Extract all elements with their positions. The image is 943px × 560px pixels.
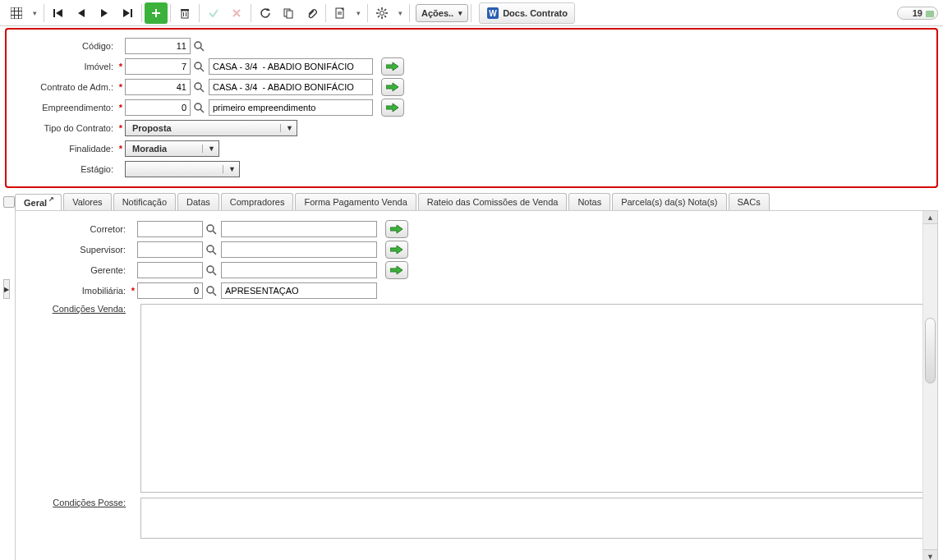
tipo-combo[interactable]: Proposta ▼ bbox=[125, 120, 297, 136]
attach-icon[interactable] bbox=[300, 2, 323, 24]
scroll-thumb[interactable] bbox=[925, 318, 936, 383]
svg-line-33 bbox=[384, 9, 386, 11]
cond-posse-textarea[interactable] bbox=[140, 498, 931, 539]
required-icon: * bbox=[117, 144, 125, 154]
scroll-down-icon[interactable]: ▼ bbox=[923, 549, 937, 560]
tab-undock-icon[interactable] bbox=[3, 196, 15, 208]
svg-point-48 bbox=[207, 225, 214, 232]
tab-body-geral: ▲ ▼ Corretor: Supervisor: Gerente: Imobi… bbox=[15, 210, 938, 560]
svg-point-45 bbox=[195, 103, 201, 110]
svg-marker-53 bbox=[390, 246, 402, 254]
empreend-go-button[interactable] bbox=[381, 99, 404, 117]
svg-line-38 bbox=[200, 48, 204, 51]
tab-parcelas[interactable]: Parcela(s) da(s) Nota(s) bbox=[612, 193, 726, 210]
arrow-right-icon bbox=[386, 62, 399, 71]
gerente-go-button[interactable] bbox=[385, 261, 408, 279]
report-icon[interactable] bbox=[329, 2, 352, 24]
chevron-down-icon: ▼ bbox=[202, 145, 215, 153]
tab-valores[interactable]: Valores bbox=[63, 193, 111, 210]
supervisor-label: Supervisor: bbox=[22, 245, 129, 255]
tab-datas[interactable]: Datas bbox=[177, 193, 219, 210]
estagio-combo[interactable]: ▼ bbox=[125, 161, 240, 177]
grid-dropdown-icon[interactable]: ▾ bbox=[28, 2, 41, 24]
gerente-lookup-icon[interactable] bbox=[203, 262, 219, 278]
svg-rect-12 bbox=[152, 12, 160, 14]
cancel-icon[interactable] bbox=[225, 2, 248, 24]
supervisor-input[interactable] bbox=[137, 241, 203, 258]
refresh-icon[interactable] bbox=[254, 2, 277, 24]
corretor-go-button[interactable] bbox=[385, 220, 408, 238]
tab-compradores[interactable]: Compradores bbox=[221, 193, 294, 210]
scroll-up-icon[interactable]: ▲ bbox=[923, 211, 937, 224]
svg-marker-44 bbox=[386, 83, 398, 91]
imovel-go-button[interactable] bbox=[381, 57, 404, 76]
imobiliaria-label: Imobiliária: bbox=[22, 286, 129, 296]
corretor-lookup-icon[interactable] bbox=[203, 221, 219, 237]
supervisor-desc[interactable] bbox=[221, 241, 377, 258]
tab-notificacao[interactable]: Notificação bbox=[113, 193, 176, 210]
imobiliaria-lookup-icon[interactable] bbox=[203, 282, 219, 299]
svg-line-46 bbox=[200, 109, 204, 112]
tab-geral[interactable]: Geral↗ bbox=[15, 194, 62, 211]
imovel-input[interactable] bbox=[125, 58, 191, 75]
settings-icon[interactable] bbox=[370, 2, 393, 24]
finalidade-combo[interactable]: Moradia ▼ bbox=[125, 140, 219, 157]
tab-notas[interactable]: Notas bbox=[568, 193, 610, 210]
main-toolbar: ▾ ▾ ▾ Ações.. ▾ W Docs. Contrato 19 bbox=[0, 0, 943, 26]
empreend-lookup-icon[interactable] bbox=[191, 99, 207, 116]
actions-label: Ações.. bbox=[421, 8, 453, 18]
svg-rect-21 bbox=[287, 11, 292, 18]
chevron-down-icon: ▼ bbox=[223, 165, 236, 173]
vertical-scrollbar[interactable]: ▲ ▼ bbox=[922, 211, 937, 560]
svg-line-31 bbox=[378, 9, 380, 11]
svg-line-58 bbox=[213, 292, 216, 296]
first-record-icon[interactable] bbox=[47, 2, 70, 24]
corretor-desc[interactable] bbox=[221, 221, 377, 237]
supervisor-lookup-icon[interactable] bbox=[203, 241, 219, 258]
contrato-input[interactable] bbox=[125, 79, 191, 95]
report-dropdown-icon[interactable]: ▾ bbox=[352, 2, 365, 24]
gerente-input[interactable] bbox=[137, 262, 203, 278]
imovel-desc[interactable] bbox=[209, 58, 373, 75]
delete-record-icon[interactable] bbox=[173, 2, 196, 24]
cond-venda-textarea[interactable] bbox=[140, 304, 931, 493]
tab-pin-icon: ↗ bbox=[48, 195, 54, 203]
copy-icon[interactable] bbox=[277, 2, 300, 24]
required-icon: * bbox=[117, 82, 125, 92]
add-record-button[interactable] bbox=[145, 2, 168, 24]
codigo-lookup-icon[interactable] bbox=[191, 38, 207, 54]
imobiliaria-desc[interactable] bbox=[221, 282, 377, 299]
header-form: Código: Imóvel: * Contrato de Adm.: * Em… bbox=[5, 28, 938, 188]
confirm-icon[interactable] bbox=[202, 2, 225, 24]
empreend-input[interactable] bbox=[125, 99, 191, 116]
codigo-input[interactable] bbox=[125, 38, 191, 54]
arrow-right-icon bbox=[390, 265, 403, 275]
svg-marker-50 bbox=[390, 225, 402, 233]
prev-record-icon[interactable] bbox=[70, 2, 93, 24]
settings-dropdown-icon[interactable]: ▾ bbox=[393, 2, 407, 24]
contrato-lookup-icon[interactable] bbox=[191, 79, 207, 95]
grid-icon[interactable] bbox=[5, 2, 28, 24]
supervisor-go-button[interactable] bbox=[385, 241, 408, 259]
empreend-desc[interactable] bbox=[209, 99, 373, 116]
docs-contrato-button[interactable]: W Docs. Contrato bbox=[479, 2, 575, 24]
corretor-input[interactable] bbox=[137, 221, 203, 237]
imovel-lookup-icon[interactable] bbox=[191, 58, 207, 75]
tab-forma-pagamento[interactable]: Forma Pagamento Venda bbox=[295, 193, 416, 210]
svg-marker-8 bbox=[101, 9, 108, 17]
tab-rateio[interactable]: Rateio das Comissões de Venda bbox=[418, 193, 568, 210]
next-record-icon[interactable] bbox=[93, 2, 116, 24]
contrato-go-button[interactable] bbox=[381, 78, 404, 96]
contrato-desc[interactable] bbox=[209, 79, 373, 95]
side-collapse-icon[interactable]: ▶ bbox=[3, 279, 10, 299]
svg-marker-56 bbox=[390, 266, 402, 274]
imobiliaria-input[interactable] bbox=[137, 282, 203, 299]
docs-label: Docs. Contrato bbox=[503, 8, 568, 18]
chevron-down-icon: ▼ bbox=[280, 124, 293, 132]
gerente-desc[interactable] bbox=[221, 262, 377, 278]
corretor-label: Corretor: bbox=[22, 224, 129, 234]
actions-combo[interactable]: Ações.. ▾ bbox=[416, 4, 468, 22]
tab-sacs[interactable]: SACs bbox=[729, 193, 770, 210]
last-record-icon[interactable] bbox=[116, 2, 139, 24]
record-counter[interactable]: 19 bbox=[897, 7, 938, 20]
